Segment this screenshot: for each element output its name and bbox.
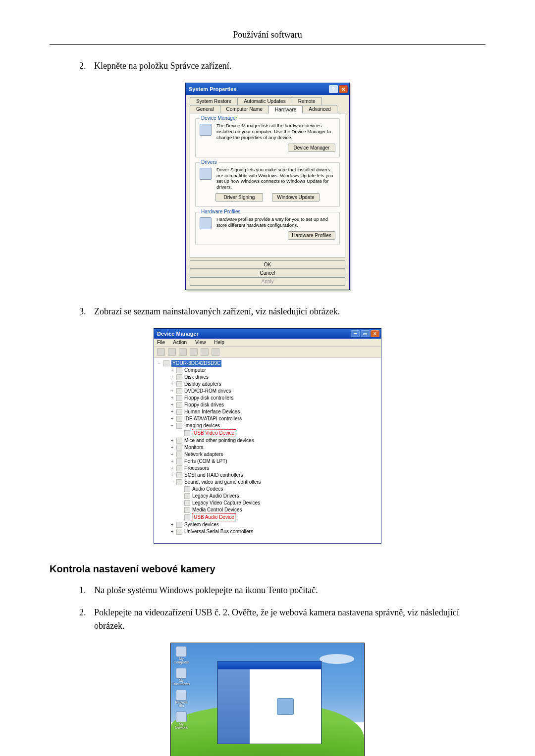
xp-desktop-icons: My Computer My Documents Recycle Bin My … xyxy=(174,646,189,730)
computer-icon xyxy=(163,360,169,366)
tree-root[interactable]: − YOUR-3DC42DSD9C xyxy=(156,360,379,367)
close-icon[interactable]: ✕ xyxy=(339,85,348,93)
group-hw-profiles-text: Hardware profiles provide a way for you … xyxy=(216,216,335,228)
tree-item[interactable]: +Human Interface Devices xyxy=(156,408,379,415)
tab-remote[interactable]: Remote xyxy=(292,97,322,105)
tab-row-1: System Restore Automatic Updates Remote xyxy=(190,97,345,105)
tree-item[interactable]: +Computer xyxy=(156,367,379,374)
camera-step-1: 1.Na ploše systému Windows poklepejte na… xyxy=(94,584,485,597)
hw-profile-icon xyxy=(200,217,212,229)
desktop-icon-my-computer[interactable]: My Computer xyxy=(174,646,189,665)
page-header-text: Používání softwaru xyxy=(233,30,302,40)
computer-icon xyxy=(176,646,187,657)
maximize-icon[interactable]: ▭ xyxy=(361,330,370,337)
recycle-icon xyxy=(176,690,187,701)
group-device-manager-text: The Device Manager lists all the hardwar… xyxy=(216,123,335,141)
tree-item[interactable]: +Floppy disk drives xyxy=(156,402,379,408)
hardware-profiles-button[interactable]: Hardware Profiles xyxy=(288,231,335,240)
menu-action[interactable]: Action xyxy=(173,340,187,345)
cancel-button[interactable]: Cancel xyxy=(190,269,345,277)
xp-video-sidebar xyxy=(218,669,250,744)
group-hardware-profiles: Hardware Profiles Hardware profiles prov… xyxy=(195,212,340,245)
devmgr-menu: File Action View Help xyxy=(154,339,381,347)
device-manager-window: Device Manager ━ ▭ ✕ File Action View He… xyxy=(154,328,381,544)
tree-item[interactable]: Media Control Devices xyxy=(156,506,379,513)
desktop-icon-my-documents[interactable]: My Documents xyxy=(174,668,189,687)
tree-usb-audio[interactable]: USB Audio Device xyxy=(156,513,379,521)
camera-step-2: 2.Poklepejte na videozařízení USB č. 2. … xyxy=(94,606,485,633)
driver-icon xyxy=(200,168,212,180)
group-device-manager: Device Manager The Device Manager lists … xyxy=(195,118,340,157)
tree-item[interactable]: +System devices xyxy=(156,521,379,528)
tree-item[interactable]: Legacy Audio Drivers xyxy=(156,493,379,500)
devmgr-toolbar xyxy=(154,347,381,358)
print-icon[interactable] xyxy=(190,348,198,356)
tab-advanced[interactable]: Advanced xyxy=(302,105,337,113)
steps-list-1b: 3.Zobrazí se seznam nainstalovaných zaří… xyxy=(50,305,485,318)
tree-item[interactable]: +Ports (COM & LPT) xyxy=(156,458,379,465)
figure-device-manager: Device Manager ━ ▭ ✕ File Action View He… xyxy=(50,328,485,544)
computer-icon xyxy=(200,124,212,136)
refresh-icon[interactable] xyxy=(201,348,209,356)
tab-system-restore[interactable]: System Restore xyxy=(190,97,238,105)
cloud xyxy=(320,654,354,664)
system-properties-dialog: System Properties ? ✕ System Restore Aut… xyxy=(185,83,350,290)
tab-computer-name[interactable]: Computer Name xyxy=(220,105,269,113)
tree-item[interactable]: +Floppy disk controllers xyxy=(156,395,379,402)
steps-list-1: 2.Klepněte na položku Správce zařízení. xyxy=(50,59,485,73)
close-icon[interactable]: ✕ xyxy=(371,330,379,337)
hardware-panel: Device Manager The Device Manager lists … xyxy=(190,113,345,257)
tree-item[interactable]: Audio Codecs xyxy=(156,486,379,493)
ok-button[interactable]: OK xyxy=(190,260,345,269)
nav-back-icon[interactable] xyxy=(157,348,165,356)
camera-icon xyxy=(184,430,190,436)
tree-item[interactable]: +DVD/CD-ROM drives xyxy=(156,388,379,395)
tree-item[interactable]: +SCSI and RAID controllers xyxy=(156,472,379,479)
tree-item[interactable]: +Disk drives xyxy=(156,374,379,381)
tree-item[interactable]: +Display adapters xyxy=(156,381,379,388)
tree-item[interactable]: +IDE ATA/ATAPI controllers xyxy=(156,415,379,422)
tab-general[interactable]: General xyxy=(190,105,220,113)
tree-item[interactable]: +Monitors xyxy=(156,444,379,451)
sysprop-title: System Properties xyxy=(189,86,237,92)
tab-row-2: General Computer Name Hardware Advanced xyxy=(190,105,345,113)
sysprop-titlebar: System Properties ? ✕ xyxy=(186,83,349,95)
tree-item[interactable]: +Universal Serial Bus controllers xyxy=(156,528,379,535)
desktop-icon-recycle-bin[interactable]: Recycle Bin xyxy=(174,690,189,708)
figure-system-properties: System Properties ? ✕ System Restore Aut… xyxy=(50,83,485,290)
help-icon[interactable]: ? xyxy=(329,85,338,93)
scan-icon[interactable] xyxy=(212,348,219,356)
nav-forward-icon[interactable] xyxy=(168,348,176,356)
group-hw-profiles-label: Hardware Profiles xyxy=(200,209,242,214)
driver-signing-button[interactable]: Driver Signing xyxy=(215,193,263,202)
tree-usb-video[interactable]: USB Video Device xyxy=(156,429,379,437)
minimize-icon[interactable]: ━ xyxy=(351,330,360,337)
tab-hardware[interactable]: Hardware xyxy=(268,105,303,113)
step-3: 3.Zobrazí se seznam nainstalovaných zaří… xyxy=(94,305,485,318)
desktop-icon-network[interactable]: My Network xyxy=(174,711,189,730)
menu-file[interactable]: File xyxy=(157,340,165,345)
tab-automatic-updates[interactable]: Automatic Updates xyxy=(237,97,292,105)
apply-button[interactable]: Apply xyxy=(190,277,345,286)
device-tree[interactable]: − YOUR-3DC42DSD9C +Computer +Disk drives… xyxy=(154,358,381,543)
menu-help[interactable]: Help xyxy=(214,340,224,345)
folder-icon xyxy=(176,668,187,679)
tree-item[interactable]: +Processors xyxy=(156,465,379,472)
group-drivers: Drivers Driver Signing lets you make sur… xyxy=(195,162,340,207)
tree-item[interactable]: Legacy Video Capture Devices xyxy=(156,500,379,506)
tree-item-imaging[interactable]: −Imaging devices xyxy=(156,422,379,429)
menu-view[interactable]: View xyxy=(195,340,206,345)
device-manager-button[interactable]: Device Manager xyxy=(288,144,335,152)
xp-desktop: My Computer My Documents Recycle Bin My … xyxy=(170,643,365,756)
tree-item-sound[interactable]: −Sound, video and game controllers xyxy=(156,479,379,486)
windows-update-button[interactable]: Windows Update xyxy=(272,193,320,202)
properties-icon[interactable] xyxy=(179,348,187,356)
xp-video-main xyxy=(250,669,321,744)
group-device-manager-label: Device Manager xyxy=(200,115,239,121)
tree-item[interactable]: +Mice and other pointing devices xyxy=(156,437,379,444)
xp-video-window[interactable] xyxy=(217,661,321,744)
camera-steps: 1.Na ploše systému Windows poklepejte na… xyxy=(50,584,485,633)
xp-video-titlebar xyxy=(218,661,321,669)
page-header: Používání softwaru xyxy=(50,30,485,45)
tree-item[interactable]: +Network adapters xyxy=(156,451,379,458)
